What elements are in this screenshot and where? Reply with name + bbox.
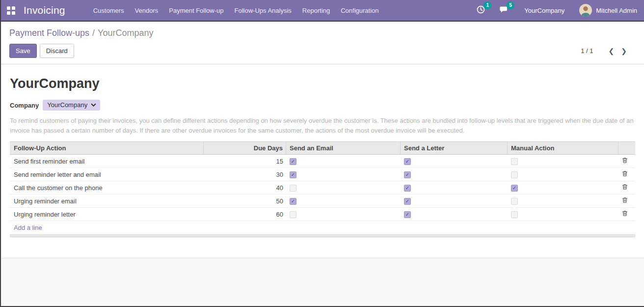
row-due-days-cell[interactable]: 15: [204, 158, 286, 165]
table-row[interactable]: Urging reminder email 50 ✓ ✓: [10, 195, 635, 208]
breadcrumb: Payment Follow-ups/YourCompany: [9, 27, 630, 39]
trash-icon: [621, 210, 628, 219]
table-row[interactable]: Urging reminder letter 60 ✓: [10, 208, 635, 221]
row-manual-action-cell: [508, 210, 618, 218]
send-email-checkbox[interactable]: ✓: [290, 171, 296, 178]
send-letter-checkbox[interactable]: ✓: [404, 171, 411, 178]
send-letter-checkbox[interactable]: ✓: [404, 211, 411, 218]
trash-icon: [621, 183, 628, 192]
add-a-line-link[interactable]: Add a line: [14, 224, 42, 231]
send-email-checkbox[interactable]: ✓: [290, 198, 296, 205]
delete-row-button[interactable]: [621, 210, 628, 219]
company-field-label: Company: [10, 102, 39, 109]
delete-row-button[interactable]: [621, 183, 628, 192]
save-button[interactable]: Save: [9, 44, 37, 58]
help-text: To remind customers of paying their invo…: [10, 116, 635, 135]
row-due-days-cell[interactable]: 30: [204, 171, 286, 178]
row-send-email-cell: ✓: [286, 170, 401, 178]
activities-button[interactable]: 1: [476, 5, 485, 16]
row-followup-action-cell[interactable]: Call the customer on the phone: [10, 184, 204, 192]
menu-item-vendors[interactable]: Vendors: [130, 4, 164, 17]
user-menu[interactable]: Mitchell Admin: [579, 4, 637, 17]
table-row[interactable]: Call the customer on the phone 40 ✓ ✓: [10, 181, 635, 195]
main-menu: CustomersVendorsPayment Follow-upFollow-…: [88, 4, 384, 17]
company-select[interactable]: YourCompany: [43, 100, 100, 111]
send-letter-checkbox[interactable]: ✓: [404, 185, 411, 192]
send-letter-checkbox[interactable]: ✓: [404, 158, 411, 165]
row-send-letter-cell: ✓: [401, 170, 508, 178]
row-due-days-cell[interactable]: 40: [204, 184, 286, 192]
row-send-email-cell: ✓: [286, 197, 401, 205]
manual-action-checkbox[interactable]: [511, 158, 518, 165]
row-followup-action-cell[interactable]: Urging reminder email: [10, 197, 204, 205]
table-row[interactable]: Send first reminder email 15 ✓ ✓: [10, 155, 635, 168]
row-manual-action-cell: ✓: [508, 184, 618, 192]
row-send-letter-cell: ✓: [401, 157, 508, 165]
menu-item-customers[interactable]: Customers: [88, 4, 130, 17]
pager-previous-button[interactable]: ❮: [605, 46, 618, 56]
send-email-checkbox[interactable]: [290, 211, 296, 218]
menu-item-payment-follow-up[interactable]: Payment Follow-up: [163, 4, 229, 17]
manual-action-checkbox[interactable]: [511, 171, 518, 178]
breadcrumb-current: YourCompany: [98, 28, 153, 38]
row-followup-action-cell[interactable]: Send first reminder email: [10, 158, 204, 165]
navbar-right: 1 5 YourCompany Mi: [469, 4, 637, 17]
row-manual-action-cell: [508, 197, 618, 205]
column-header-followup-action: Follow-Up Action: [10, 142, 204, 154]
row-followup-action-cell[interactable]: Urging reminder letter: [10, 211, 204, 218]
pager: 1 / 1 ❮ ❯: [581, 46, 630, 56]
menu-item-configuration[interactable]: Configuration: [335, 4, 384, 17]
manual-action-checkbox[interactable]: ✓: [511, 185, 518, 192]
page-title: YourCompany: [10, 76, 635, 91]
pager-next-button[interactable]: ❯: [617, 46, 630, 56]
row-due-days-cell[interactable]: 50: [204, 197, 286, 205]
form-sheet: YourCompany Company YourCompany To remin…: [1, 64, 644, 258]
company-switcher[interactable]: YourCompany: [524, 7, 564, 14]
pager-value[interactable]: 1 / 1: [581, 47, 593, 55]
manual-action-checkbox[interactable]: [511, 198, 518, 205]
apps-grid-icon: [7, 6, 15, 15]
page-background: [1, 258, 644, 306]
trash-icon: [621, 157, 628, 166]
row-manual-action-cell: [508, 157, 618, 165]
trash-icon: [621, 170, 628, 179]
apps-menu-button[interactable]: [7, 6, 15, 15]
row-followup-action-cell[interactable]: Send reminder letter and email: [10, 171, 204, 178]
row-send-email-cell: ✓: [286, 157, 401, 165]
row-delete-cell: [618, 183, 635, 192]
trash-icon: [621, 196, 628, 205]
delete-row-button[interactable]: [621, 157, 628, 166]
user-name: Mitchell Admin: [596, 7, 637, 14]
followup-levels-table: Follow-Up Action Due Days Send an Email …: [10, 141, 635, 237]
send-email-checkbox[interactable]: [290, 185, 296, 192]
table-resize-bar[interactable]: [10, 234, 635, 237]
delete-row-button[interactable]: [621, 170, 628, 179]
app-title[interactable]: Invoicing: [24, 4, 65, 16]
row-due-days-cell[interactable]: 60: [204, 211, 286, 218]
delete-row-button[interactable]: [621, 196, 628, 205]
add-line-row: Add a line: [10, 221, 635, 234]
row-send-letter-cell: ✓: [401, 197, 508, 205]
control-panel: Payment Follow-ups/YourCompany Save Disc…: [1, 22, 644, 64]
menu-item-follow-ups-analysis[interactable]: Follow-Ups Analysis: [229, 4, 297, 17]
row-delete-cell: [618, 210, 635, 219]
company-field-row: Company YourCompany: [10, 100, 635, 111]
column-header-due-days: Due Days: [204, 142, 286, 154]
discard-button[interactable]: Discard: [40, 44, 74, 58]
breadcrumb-parent-link[interactable]: Payment Follow-ups: [9, 28, 89, 38]
column-header-manual-action: Manual Action: [508, 142, 618, 154]
send-letter-checkbox[interactable]: ✓: [404, 198, 411, 205]
manual-action-checkbox[interactable]: [511, 211, 518, 218]
avatar: [579, 4, 592, 17]
table-body: Send first reminder email 15 ✓ ✓ Send re…: [10, 155, 635, 221]
top-navbar: Invoicing CustomersVendorsPayment Follow…: [1, 0, 644, 22]
send-email-checkbox[interactable]: ✓: [290, 158, 296, 165]
row-send-email-cell: [286, 210, 401, 218]
column-header-actions: [618, 142, 635, 154]
company-select-value: YourCompany: [47, 101, 87, 109]
table-row[interactable]: Send reminder letter and email 30 ✓ ✓: [10, 168, 635, 181]
messages-button[interactable]: 5: [499, 5, 509, 16]
chevron-down-icon: [91, 103, 96, 107]
menu-item-reporting[interactable]: Reporting: [297, 4, 335, 17]
row-send-email-cell: [286, 184, 401, 192]
